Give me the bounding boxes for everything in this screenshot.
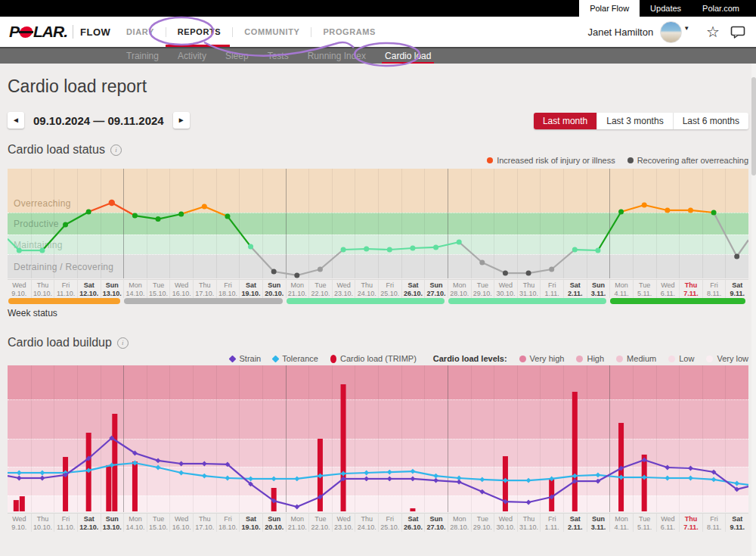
- tolerance-point: [688, 476, 693, 481]
- nav-divider: [311, 27, 311, 37]
- subnav-item-tests[interactable]: Tests: [266, 48, 290, 64]
- polar-flow-app: Polar Flow Updates Polar.com PLAR. FLOW …: [0, 0, 756, 556]
- axis-day-label: Mon4.11.: [609, 280, 633, 298]
- prev-period-button[interactable]: ◄: [8, 112, 24, 129]
- status-point: [248, 244, 253, 249]
- info-icon[interactable]: i: [110, 144, 122, 156]
- strain-point: [387, 477, 392, 482]
- nav-divider: [232, 27, 233, 37]
- axis-day-label: Wed9.10.: [8, 514, 31, 532]
- tolerance-point: [433, 474, 438, 479]
- axis-day-label: Mon14.10.: [123, 514, 147, 532]
- week-status-segment: [610, 298, 745, 304]
- flow-label: FLOW: [80, 26, 110, 38]
- buildup-section-header: Cardio load buildup i: [8, 336, 129, 349]
- info-icon[interactable]: i: [117, 337, 129, 349]
- last-3-months-button[interactable]: Last 3 months: [596, 113, 672, 129]
- legend-level-high: High: [576, 354, 604, 363]
- strain-point: [178, 461, 184, 467]
- axis-day-label: Mon21.10.: [286, 514, 309, 532]
- last-month-button[interactable]: Last month: [534, 113, 596, 129]
- legend-level-low: Low: [668, 354, 694, 363]
- nav-item-community[interactable]: COMMUNITY: [241, 17, 302, 47]
- tolerance-point: [596, 473, 601, 478]
- date-range-label: 09.10.2024 — 09.11.2024: [33, 114, 164, 127]
- status-point: [642, 202, 647, 207]
- tolerance-diamond-icon: [272, 355, 280, 362]
- tolerance-point: [387, 470, 392, 475]
- status-point: [271, 269, 277, 275]
- feedback-bubble-icon[interactable]: [730, 26, 745, 39]
- axis-day-label: Thu10.10.: [31, 514, 54, 532]
- status-point: [364, 246, 369, 251]
- status-point: [225, 213, 230, 219]
- status-point: [479, 259, 485, 265]
- subnav-item-sleep[interactable]: Sleep: [224, 48, 250, 64]
- strain-point: [433, 478, 438, 483]
- status-point: [318, 266, 323, 272]
- axis-day-label: Sat9.11.: [725, 280, 748, 298]
- axis-day-label: Sun13.10.: [101, 514, 124, 532]
- status-point: [734, 254, 739, 259]
- range-buttons: Last month Last 3 months Last 6 months: [534, 113, 748, 129]
- axis-day-label: Fri8.11.: [702, 514, 726, 532]
- axis-day-label: Sat12.10.: [77, 280, 101, 298]
- scrollbar-thumb[interactable]: [751, 77, 756, 175]
- status-point: [17, 248, 22, 253]
- subnav-item-running-index[interactable]: Running Index: [306, 48, 367, 64]
- tolerance-point: [271, 477, 277, 482]
- risk-dot-icon: [487, 157, 493, 163]
- tab-updates[interactable]: Updates: [640, 0, 692, 17]
- axis-day-label: Sat19.10.: [239, 514, 262, 532]
- trimp-bar: [112, 414, 117, 511]
- low-dot-icon: [668, 356, 675, 362]
- top-bar: Polar Flow Updates Polar.com: [0, 0, 756, 17]
- status-point: [665, 207, 670, 213]
- legend-level-very-low: Very low: [706, 354, 748, 363]
- status-point: [595, 248, 600, 253]
- trimp-bar: [63, 457, 68, 511]
- strain-point: [294, 505, 299, 510]
- logo-divider: [73, 25, 73, 39]
- nav-item-diary[interactable]: DIARY: [123, 17, 157, 47]
- subnav-item-cardio-load[interactable]: Cardio load: [383, 48, 432, 64]
- axis-day-label: Tue22.10.: [308, 280, 332, 298]
- subnav-item-activity[interactable]: Activity: [176, 48, 208, 64]
- axis-day-label: Thu24.10.: [355, 514, 378, 532]
- axis-day-label: Thu31.10.: [517, 280, 541, 298]
- tolerance-point: [411, 469, 416, 474]
- trimp-bar: [106, 465, 111, 511]
- favorites-star-icon[interactable]: ☆: [706, 24, 720, 39]
- logo-text-p: P: [9, 23, 19, 41]
- user-name[interactable]: Janet Hamilton: [587, 26, 653, 38]
- tolerance-point: [665, 476, 670, 481]
- scrollbar-track[interactable]: [751, 64, 756, 556]
- nav-item-programs[interactable]: PROGRAMS: [320, 17, 379, 47]
- status-point: [711, 210, 717, 216]
- status-point: [572, 247, 578, 253]
- tab-polar-flow[interactable]: Polar Flow: [579, 0, 640, 17]
- logo-o-icon: [19, 26, 33, 38]
- very-high-dot-icon: [519, 356, 526, 362]
- strain-point: [411, 477, 416, 482]
- axis-day-label: Tue22.10.: [308, 514, 332, 532]
- tolerance-point: [479, 477, 485, 483]
- nav-item-reports[interactable]: REPORTS: [175, 17, 224, 47]
- last-6-months-button[interactable]: Last 6 months: [673, 113, 748, 129]
- axis-day-label: Sat19.10.: [239, 280, 262, 298]
- tab-polar-com[interactable]: Polar.com: [692, 0, 750, 17]
- status-point: [457, 240, 462, 245]
- cardio-load-status-chart[interactable]: OverreachingProductiveMaintainingDetrain…: [8, 169, 748, 278]
- axis-day-label: Fri25.10.: [378, 514, 401, 532]
- axis-day-label: Fri8.11.: [702, 280, 726, 298]
- axis-day-label: Fri11.10.: [54, 280, 77, 298]
- avatar[interactable]: [660, 21, 682, 43]
- buildup-chart-x-axis: Wed9.10.Thu10.10.Fri11.10.Sat12.10.Sun13…: [8, 513, 748, 532]
- polar-logo[interactable]: PLAR. FLOW: [9, 23, 110, 41]
- chevron-down-icon[interactable]: ▼: [683, 25, 689, 32]
- subnav-item-training[interactable]: Training: [125, 48, 160, 64]
- next-period-button[interactable]: ►: [173, 112, 190, 129]
- cardio-load-buildup-chart[interactable]: [8, 365, 748, 512]
- status-legend: Increased risk of injury or illness Reco…: [475, 156, 748, 165]
- legend-item-risk: Increased risk of injury or illness: [487, 156, 615, 165]
